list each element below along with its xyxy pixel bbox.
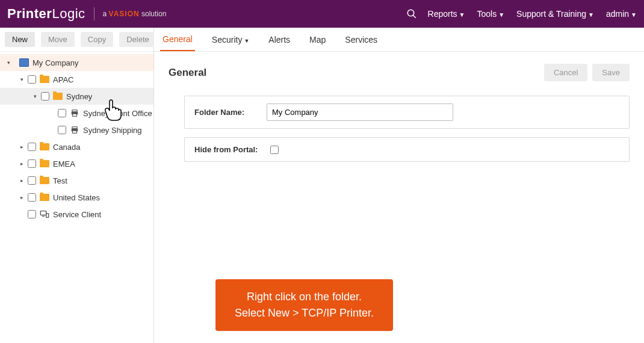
tree-item-sydney[interactable]: ▾ Sydney: [0, 88, 153, 105]
tree-checkbox[interactable]: [58, 126, 66, 134]
tree-item-sydney-front[interactable]: Sydney Front Office: [0, 105, 153, 122]
menu-admin[interactable]: admin▼: [606, 9, 637, 19]
sidebar: New Move Copy Delete ▾ My Company ▾ APAC…: [0, 28, 154, 343]
svg-point-0: [407, 10, 414, 16]
printer-icon: [70, 109, 79, 117]
svg-rect-10: [46, 214, 49, 218]
move-button[interactable]: Move: [41, 32, 75, 47]
svg-rect-5: [72, 127, 77, 129]
save-button[interactable]: Save: [592, 64, 630, 81]
hide-portal-checkbox[interactable]: [270, 146, 279, 154]
logo-printer: Printer: [7, 6, 52, 21]
page-title: General: [169, 67, 539, 79]
app-header: PrinterLogic a VASION solution Reports▼ …: [0, 0, 644, 28]
folder-name-row: Folder Name:: [184, 96, 630, 129]
chevron-down-icon: ▼: [588, 11, 594, 18]
svg-line-1: [413, 15, 416, 18]
tree-item-apac[interactable]: ▾ APAC: [0, 71, 153, 88]
cancel-button[interactable]: Cancel: [544, 64, 587, 81]
svg-rect-8: [40, 211, 46, 215]
folder-icon: [40, 76, 49, 83]
tree-toggle-icon[interactable]: ▸: [18, 161, 25, 167]
svg-rect-7: [73, 131, 77, 133]
chevron-down-icon: ▼: [244, 38, 249, 44]
tree-item-us[interactable]: ▸ United States: [0, 189, 153, 206]
tree-item-emea[interactable]: ▸ EMEA: [0, 155, 153, 172]
header-divider: [94, 7, 94, 20]
tree-checkbox[interactable]: [41, 92, 49, 100]
folder-icon: [40, 194, 49, 201]
tree-checkbox[interactable]: [28, 159, 36, 168]
tab-map[interactable]: Map: [307, 29, 328, 51]
tab-security[interactable]: Security▼: [209, 29, 252, 51]
content: General Cancel Save Folder Name: Hide fr…: [154, 52, 644, 182]
folder-name-label: Folder Name:: [194, 108, 267, 117]
tree-toggle-icon[interactable]: ▸: [18, 194, 25, 200]
tooltip-line2: Select New > TCP/IP Printer.: [235, 305, 374, 321]
tab-general[interactable]: General: [160, 28, 195, 51]
tree-toggle-icon[interactable]: ▾: [5, 60, 12, 66]
tree-checkbox[interactable]: [28, 210, 36, 218]
folder-icon: [40, 177, 49, 184]
tree-checkbox[interactable]: [28, 143, 36, 151]
chevron-down-icon: ▼: [498, 11, 504, 18]
hide-portal-row: Hide from Portal:: [184, 137, 630, 162]
svg-rect-4: [73, 114, 77, 116]
new-button[interactable]: New: [5, 32, 35, 47]
tab-alerts[interactable]: Alerts: [266, 29, 293, 51]
sidebar-toolbar: New Move Copy Delete: [0, 28, 153, 52]
tabs: General Security▼ Alerts Map Services: [154, 28, 644, 52]
instruction-tooltip: Right click on the folder. Select New > …: [215, 279, 393, 331]
tree-root[interactable]: ▾ My Company: [0, 54, 153, 71]
tree-checkbox[interactable]: [28, 176, 36, 185]
tree-item-canada[interactable]: ▸ Canada: [0, 138, 153, 155]
chevron-down-icon: ▼: [631, 11, 637, 18]
tree-item-service-client[interactable]: ▸ Service Client: [0, 206, 153, 223]
tab-services[interactable]: Services: [342, 29, 380, 51]
tree-toggle-icon[interactable]: ▸: [18, 144, 25, 150]
folder-icon: [40, 143, 49, 150]
tree-item-test[interactable]: ▸ Test: [0, 172, 153, 189]
folder-icon: [40, 160, 49, 167]
tree-checkbox[interactable]: [28, 193, 36, 202]
tooltip-line1: Right click on the folder.: [235, 289, 374, 305]
hide-portal-label: Hide from Portal:: [194, 145, 267, 154]
org-icon: [19, 58, 29, 67]
menu-support[interactable]: Support & Training▼: [516, 9, 594, 19]
logo-logic: Logic: [52, 6, 85, 21]
menu-reports[interactable]: Reports▼: [428, 9, 465, 19]
tree-item-sydney-shipping[interactable]: Sydney Shipping: [0, 122, 153, 138]
svg-rect-2: [72, 110, 77, 112]
tagline: a VASION solution: [103, 10, 167, 18]
menu-tools[interactable]: Tools▼: [477, 9, 504, 19]
printer-icon: [70, 126, 79, 134]
logo: PrinterLogic: [7, 6, 85, 22]
folder-icon: [53, 93, 63, 100]
content-header: General Cancel Save: [169, 64, 630, 81]
tree-checkbox[interactable]: [58, 109, 66, 117]
tree-toggle-icon[interactable]: ▾: [31, 93, 39, 99]
delete-button[interactable]: Delete: [119, 32, 156, 47]
tree-toggle-icon[interactable]: ▸: [18, 178, 25, 184]
header-menu: Reports▼ Tools▼ Support & Training▼ admi…: [428, 9, 637, 19]
tree-checkbox[interactable]: [28, 75, 36, 84]
tree: ▾ My Company ▾ APAC ▾ Sydney: [0, 52, 153, 225]
tree-toggle-icon[interactable]: ▾: [18, 76, 25, 82]
search-icon[interactable]: [406, 8, 417, 19]
copy-button[interactable]: Copy: [81, 32, 113, 47]
folder-name-input[interactable]: [267, 104, 453, 121]
device-icon: [40, 210, 49, 218]
chevron-down-icon: ▼: [459, 11, 465, 18]
